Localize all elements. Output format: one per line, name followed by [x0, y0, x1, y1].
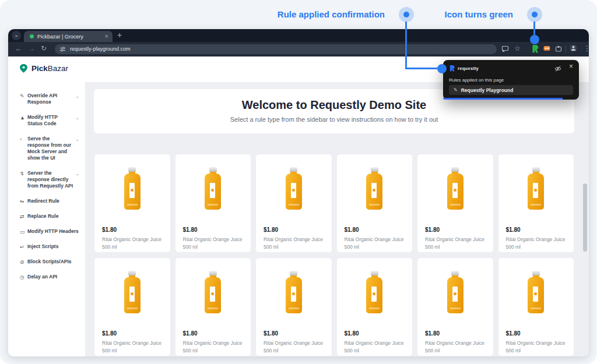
product-card[interactable]: $1.80Ritai Organic Orange Juice 500 ml: [94, 154, 171, 253]
bottle-cap: [209, 271, 217, 275]
product-price: $1.80: [345, 330, 359, 337]
product-name: Ritai Organic Orange Juice 500 ml: [102, 340, 165, 355]
connector-line-vertical: [405, 22, 407, 69]
kebab-menu-icon[interactable]: ⋮: [584, 44, 589, 52]
bottle-label: [533, 183, 538, 198]
chevron-down-icon: ⌄: [75, 136, 79, 142]
popup-progress-bar: [443, 98, 563, 100]
forward-icon[interactable]: →: [28, 44, 35, 52]
profile-avatar-icon[interactable]: [570, 44, 577, 52]
product-card[interactable]: $1.80Ritai Organic Orange Juice 500 ml: [498, 257, 575, 356]
bottle-cap: [532, 271, 540, 275]
pencil-icon: ✎: [20, 93, 27, 99]
bottle-body: [286, 277, 302, 313]
requestly-logo-icon: [449, 65, 455, 72]
product-price: $1.80: [102, 330, 117, 337]
popup-close-icon[interactable]: ×: [569, 62, 573, 70]
bookmark-star-icon[interactable]: ☆: [514, 44, 521, 52]
sidebar-item[interactable]: ▫Serve the response from our Mock Server…: [8, 136, 85, 161]
cast-icon[interactable]: [501, 45, 509, 52]
product-name: Ritai Organic Orange Juice 500 ml: [102, 236, 165, 251]
tab-title: Pickbazar | Grocery: [37, 34, 83, 40]
product-price: $1.80: [102, 227, 117, 233]
url-text: requestly-playground.com: [70, 44, 131, 54]
sidebar-item[interactable]: ↯Server the response directly from Reque…: [8, 170, 85, 189]
product-card[interactable]: $1.80Ritai Organic Orange Juice 500 ml: [175, 257, 252, 356]
product-name: Ritai Organic Orange Juice 500 ml: [345, 236, 408, 251]
back-icon[interactable]: ←: [15, 44, 22, 52]
product-card[interactable]: $1.80Ritai Organic Orange Juice 500 ml: [336, 154, 413, 253]
main-area: Welcome to Requestly Demo Site Select a …: [85, 82, 589, 356]
sidebar-item-label: Server the response directly from Reques…: [27, 170, 73, 189]
tab-strip: ⌄ Pickbazar | Grocery × +: [8, 29, 589, 42]
sidebar-item[interactable]: ▭Modify HTTP Headers: [8, 228, 85, 235]
bottle-label: [371, 183, 377, 198]
reload-icon[interactable]: ↻: [41, 44, 47, 52]
product-card[interactable]: $1.80Ritai Organic Orange Juice 500 ml: [498, 154, 575, 253]
orange-juice-bottle-image: [526, 271, 546, 313]
bottle-label: [371, 287, 377, 302]
bottle-cap: [128, 167, 136, 172]
page-title: Welcome to Requestly Demo Site: [94, 98, 574, 112]
sidebar-item[interactable]: ↵Inject Scripts: [8, 243, 85, 250]
bottle-band: [369, 308, 380, 309]
tab-close-icon[interactable]: ×: [105, 33, 108, 40]
applied-rule-item[interactable]: ✎ Requestly Playground: [449, 85, 573, 95]
annotation-rule-applied: Rule applied confirmation: [278, 9, 385, 19]
logo-text-light: Bazar: [48, 64, 68, 73]
scrollbar-thumb[interactable]: [583, 183, 587, 252]
orange-juice-bottle-image: [445, 167, 465, 210]
product-price: $1.80: [183, 227, 198, 233]
bottle-body: [366, 174, 382, 210]
product-card[interactable]: $1.80Ritai Organic Orange Juice 500 ml: [417, 154, 494, 253]
new-tab-button[interactable]: +: [117, 30, 122, 40]
requestly-extension-icon-green[interactable]: [531, 44, 539, 53]
product-card[interactable]: $1.80Ritai Organic Orange Juice 500 ml: [175, 154, 252, 253]
orange-juice-bottle-image: [122, 167, 142, 210]
browser-tab-pickbazar[interactable]: Pickbazar | Grocery ×: [24, 31, 113, 42]
extensions-puzzle-icon[interactable]: [555, 45, 562, 52]
product-card[interactable]: $1.80Ritai Organic Orange Juice 500 ml: [417, 257, 494, 356]
product-card[interactable]: $1.80Ritai Organic Orange Juice 500 ml: [94, 257, 171, 356]
sidebar-item[interactable]: ↬Redirect Rule: [8, 198, 85, 204]
product-card[interactable]: $1.80Ritai Organic Orange Juice 500 ml: [336, 257, 413, 356]
bottle-cap: [451, 167, 459, 172]
product-card[interactable]: $1.80Ritai Organic Orange Juice 500 ml: [255, 257, 332, 356]
sidebar-item[interactable]: ✎Override API Response⌄: [8, 93, 85, 105]
bottle-label: [452, 183, 458, 198]
sidebar-item-label: Modify HTTP Headers: [27, 228, 79, 235]
product-name: Ritai Organic Orange Juice 500 ml: [183, 340, 246, 355]
tab-search-button[interactable]: ⌄: [12, 31, 21, 40]
sidebar-item-label: Block Scripts/APIs: [27, 259, 79, 265]
bottle-label: [291, 287, 296, 302]
product-card[interactable]: $1.80Ritai Organic Orange Juice 500 ml: [255, 154, 332, 253]
bottle-label: [452, 287, 458, 302]
swap-icon: ⇄: [20, 213, 27, 220]
product-name: Ritai Organic Orange Juice 500 ml: [183, 236, 246, 251]
page-subtitle: Select a rule type from the sidebar to v…: [94, 116, 574, 123]
hide-eye-icon[interactable]: [554, 65, 561, 72]
sidebar-item[interactable]: ▲Modify HTTP Status Code⌄: [8, 114, 85, 127]
bottle-band: [289, 204, 299, 206]
bottle-label: [129, 287, 135, 302]
product-price: $1.80: [264, 330, 278, 337]
sidebar-item[interactable]: ⊘Block Scripts/APIs: [8, 259, 85, 265]
sidebar-item-label: Modify HTTP Status Code: [27, 114, 73, 127]
sidebar-item[interactable]: ⇄Replace Rule: [8, 213, 85, 220]
requestly-brand-text: requestly: [458, 66, 479, 71]
address-bar[interactable]: requestly-playground.com: [55, 44, 497, 54]
pickbazar-logo[interactable]: PickBazar: [19, 63, 68, 73]
bottle-cap: [290, 167, 297, 172]
chevron-down-icon: ⌄: [75, 93, 79, 99]
goggles-extension-icon[interactable]: [543, 45, 550, 52]
sidebar-item[interactable]: ◷Delay an API: [8, 274, 85, 280]
chevron-down-icon: ⌄: [75, 170, 79, 176]
bottle-body: [124, 277, 141, 313]
bottle-band: [208, 308, 218, 309]
pickbazar-logo-icon: [19, 63, 29, 73]
logo-text-bold: Pick: [31, 64, 48, 73]
product-price: $1.80: [264, 227, 278, 233]
bottle-band: [208, 204, 218, 206]
sidebar-item-label: Inject Scripts: [27, 243, 79, 250]
orange-juice-bottle-image: [203, 167, 223, 210]
